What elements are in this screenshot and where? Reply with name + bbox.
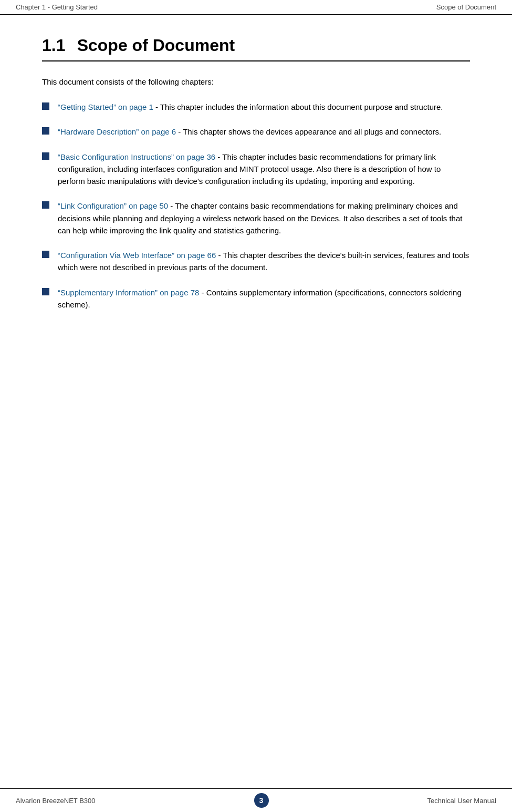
chapter-link-1[interactable]: “Getting Started” on page 1 [58, 102, 153, 111]
bullet-square-icon [42, 201, 49, 209]
header-chapter-label: Chapter 1 - Getting Started [16, 3, 98, 11]
chapter-link-6[interactable]: “Supplementary Information” on page 78 [58, 288, 199, 297]
bullet-text: “Link Configuration” on page 50 - The ch… [58, 200, 470, 237]
footer-company-label: Alvarion BreezeNET B300 [16, 797, 96, 805]
chapter-link-4[interactable]: “Link Configuration” on page 50 [58, 201, 168, 210]
list-item: “Basic Configuration Instructions” on pa… [42, 151, 470, 188]
chapter-link-5[interactable]: “Configuration Via Web Interface” on pag… [58, 251, 216, 260]
bullet-description-2: - This chapter shows the devices appeara… [176, 127, 441, 136]
main-content: 1.1 Scope of Document This document cons… [0, 15, 512, 355]
list-item: “Link Configuration” on page 50 - The ch… [42, 200, 470, 237]
page-number-badge: 3 [254, 793, 269, 808]
bullet-square-icon [42, 152, 49, 160]
intro-paragraph: This document consists of the following … [42, 77, 470, 86]
list-item: “Hardware Description” on page 6 - This … [42, 126, 470, 138]
footer-manual-label: Technical User Manual [427, 797, 496, 805]
chapter-link-2[interactable]: “Hardware Description” on page 6 [58, 127, 176, 136]
page-header: Chapter 1 - Getting Started Scope of Doc… [0, 0, 512, 15]
bullet-square-icon [42, 288, 49, 295]
section-heading: 1.1 Scope of Document [42, 36, 470, 61]
page-footer: Alvarion BreezeNET B300 3 Technical User… [0, 788, 512, 812]
section-title: Scope of Document [77, 36, 235, 55]
footer-page-number-area: 3 [254, 793, 269, 808]
header-section-label: Scope of Document [436, 3, 496, 11]
bullet-text: “Hardware Description” on page 6 - This … [58, 126, 441, 138]
list-item: “Supplementary Information” on page 78 -… [42, 286, 470, 311]
bullet-square-icon [42, 251, 49, 258]
chapter-list: “Getting Started” on page 1 - This chapt… [42, 101, 470, 311]
bullet-description-1: - This chapter includes the information … [153, 102, 443, 111]
bullet-square-icon [42, 102, 49, 110]
bullet-text: “Basic Configuration Instructions” on pa… [58, 151, 470, 188]
list-item: “Getting Started” on page 1 - This chapt… [42, 101, 470, 113]
bullet-text: “Getting Started” on page 1 - This chapt… [58, 101, 443, 113]
bullet-text: “Supplementary Information” on page 78 -… [58, 286, 470, 311]
section-number: 1.1 [42, 36, 65, 55]
bullet-square-icon [42, 127, 49, 135]
chapter-link-3[interactable]: “Basic Configuration Instructions” on pa… [58, 152, 215, 161]
list-item: “Configuration Via Web Interface” on pag… [42, 249, 470, 274]
bullet-text: “Configuration Via Web Interface” on pag… [58, 249, 470, 274]
